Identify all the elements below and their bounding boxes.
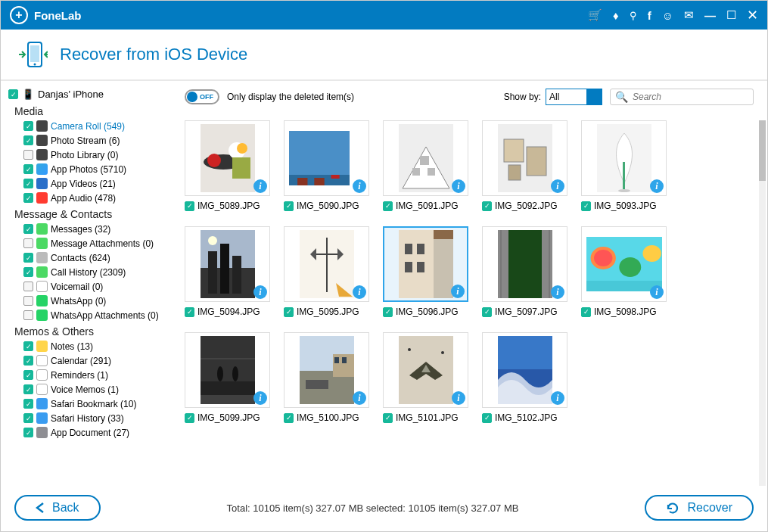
search-input[interactable]: [633, 92, 753, 102]
info-icon[interactable]: i: [650, 179, 664, 193]
thumb-checkbox[interactable]: ✓: [581, 307, 591, 317]
checkbox[interactable]: [23, 150, 33, 160]
info-icon[interactable]: i: [353, 285, 366, 299]
checkbox[interactable]: ✓: [23, 164, 33, 174]
tree-item[interactable]: ✓Calendar (291): [8, 353, 171, 368]
thumb-checkbox[interactable]: ✓: [482, 413, 492, 423]
thumbnail[interactable]: i✓IMG_5093.JPG: [581, 120, 667, 211]
tree-item[interactable]: ✓Reminders (1): [8, 368, 171, 382]
recover-button[interactable]: Recover: [645, 495, 754, 521]
thumbnail-image[interactable]: i: [581, 226, 667, 302]
thumbnail[interactable]: i✓IMG_5100.JPG: [284, 332, 369, 423]
tree-item[interactable]: ✓Contacts (624): [8, 250, 171, 265]
thumbnail-image[interactable]: i: [185, 120, 270, 196]
checkbox[interactable]: [23, 296, 33, 306]
tree-item[interactable]: ✓Safari Bookmark (10): [8, 397, 171, 411]
thumbnail-image[interactable]: i: [284, 226, 369, 302]
tree-item[interactable]: ✓Notes (13): [8, 339, 171, 353]
info-icon[interactable]: i: [551, 285, 564, 299]
thumbnail-image[interactable]: i: [185, 226, 270, 302]
thumb-checkbox[interactable]: ✓: [284, 307, 294, 317]
info-icon[interactable]: i: [253, 179, 267, 193]
thumbnail[interactable]: i✓IMG_5096.JPG: [383, 226, 468, 317]
thumbnail[interactable]: i✓IMG_5101.JPG: [383, 332, 468, 423]
thumbnail[interactable]: i✓IMG_5102.JPG: [482, 332, 567, 423]
info-icon[interactable]: i: [452, 391, 465, 405]
info-icon[interactable]: i: [451, 285, 465, 298]
checkbox[interactable]: ✓: [23, 399, 33, 409]
info-icon[interactable]: i: [551, 391, 564, 405]
info-icon[interactable]: i: [253, 391, 267, 405]
checkbox[interactable]: ✓: [23, 135, 33, 145]
tree-item[interactable]: WhatsApp (0): [8, 294, 171, 308]
mail-icon[interactable]: ✉: [684, 8, 694, 22]
tree-item[interactable]: Photo Library (0): [8, 148, 171, 162]
thumb-checkbox[interactable]: ✓: [185, 201, 194, 211]
thumbnail[interactable]: i✓IMG_5094.JPG: [185, 226, 270, 317]
scrollbar[interactable]: [759, 120, 766, 486]
checkbox[interactable]: ✓: [23, 253, 33, 263]
search-box[interactable]: 🔍: [610, 89, 754, 105]
cart-icon[interactable]: 🛒: [588, 8, 602, 22]
thumb-checkbox[interactable]: ✓: [185, 307, 194, 317]
checkbox[interactable]: ✓: [23, 179, 33, 188]
thumb-checkbox[interactable]: ✓: [383, 201, 393, 211]
tree-item[interactable]: ✓Messages (32): [8, 222, 171, 236]
thumb-checkbox[interactable]: ✓: [284, 413, 294, 423]
thumbnail-image[interactable]: i: [284, 120, 369, 196]
back-button[interactable]: Back: [14, 495, 101, 521]
device-row[interactable]: ✓ 📱 Danjas' iPhone: [8, 89, 171, 100]
thumbnail[interactable]: i✓IMG_5098.JPG: [581, 226, 667, 317]
thumbnail[interactable]: i✓IMG_5095.JPG: [284, 226, 369, 317]
tree-item[interactable]: ✓Safari History (33): [8, 411, 171, 425]
checkbox[interactable]: ✓: [23, 267, 33, 277]
info-icon[interactable]: i: [452, 179, 465, 193]
checkbox[interactable]: [23, 282, 33, 291]
device-checkbox[interactable]: ✓: [8, 89, 18, 99]
thumbnail-image[interactable]: i: [185, 332, 270, 408]
thumbnail-image[interactable]: i: [284, 332, 369, 408]
info-icon[interactable]: i: [551, 179, 564, 193]
thumb-checkbox[interactable]: ✓: [185, 413, 194, 423]
checkbox[interactable]: ✓: [23, 384, 33, 394]
thumbnail[interactable]: i✓IMG_5089.JPG: [185, 120, 270, 211]
info-icon[interactable]: i: [253, 285, 267, 299]
minimize-icon[interactable]: —: [704, 9, 716, 22]
tree-item[interactable]: Message Attachments (0): [8, 236, 171, 250]
showby-select[interactable]: All▼: [546, 89, 602, 105]
info-icon[interactable]: i: [650, 285, 664, 299]
checkbox[interactable]: ✓: [23, 341, 33, 351]
checkbox[interactable]: ✓: [23, 413, 33, 423]
thumbnail-image[interactable]: i: [383, 120, 468, 196]
thumbnail-image[interactable]: i: [482, 226, 567, 302]
thumbnail-image[interactable]: i: [482, 120, 567, 196]
checkbox[interactable]: [23, 238, 33, 248]
checkbox[interactable]: [23, 310, 33, 320]
checkbox[interactable]: ✓: [23, 193, 33, 203]
checkbox[interactable]: ✓: [23, 428, 33, 437]
thumb-checkbox[interactable]: ✓: [581, 201, 591, 211]
thumb-checkbox[interactable]: ✓: [482, 201, 492, 211]
tree-item[interactable]: ✓Camera Roll (549): [8, 119, 171, 133]
diamond-icon[interactable]: ♦: [613, 9, 619, 22]
tree-item[interactable]: ✓App Document (27): [8, 425, 171, 440]
info-icon[interactable]: i: [353, 179, 366, 193]
thumbnail[interactable]: i✓IMG_5091.JPG: [383, 120, 468, 211]
thumbnail-image[interactable]: i: [482, 332, 567, 408]
thumbnail[interactable]: i✓IMG_5097.JPG: [482, 226, 567, 317]
tree-item[interactable]: ✓Voice Memos (1): [8, 382, 171, 397]
thumb-checkbox[interactable]: ✓: [383, 413, 393, 423]
tree-item[interactable]: ✓App Videos (21): [8, 176, 171, 191]
facebook-icon[interactable]: f: [648, 9, 651, 22]
thumbnail[interactable]: i✓IMG_5092.JPG: [482, 120, 567, 211]
checkbox[interactable]: ✓: [23, 121, 33, 131]
tree-item[interactable]: ✓App Audio (478): [8, 191, 171, 205]
thumbnail-image[interactable]: i: [581, 120, 667, 196]
thumb-checkbox[interactable]: ✓: [284, 201, 294, 211]
maximize-icon[interactable]: ☐: [726, 8, 736, 22]
thumbnail-image[interactable]: i: [383, 226, 468, 302]
tree-item[interactable]: WhatsApp Attachments (0): [8, 308, 171, 322]
close-icon[interactable]: ✕: [747, 7, 758, 23]
checkbox[interactable]: ✓: [23, 356, 33, 366]
tree-item[interactable]: ✓Photo Stream (6): [8, 133, 171, 148]
